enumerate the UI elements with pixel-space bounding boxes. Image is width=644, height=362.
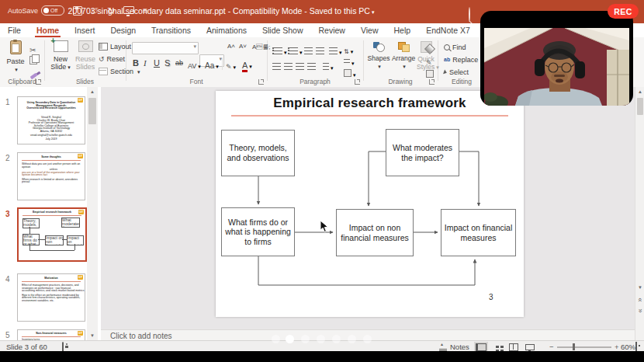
thumbnail-scroll-thumb[interactable]: [88, 98, 96, 124]
thumbnail-scrollbar[interactable]: ▲ ▼: [87, 87, 98, 340]
text-shadow-button[interactable]: S: [164, 57, 170, 68]
scroll-down-icon[interactable]: ▼: [635, 283, 644, 292]
double-chevron-up-icon: «: [636, 298, 644, 301]
main-scrollbar[interactable]: ▲ ▼ « «: [635, 87, 644, 340]
decrease-indent-button[interactable]: [304, 44, 313, 57]
notes-toggle-button[interactable]: Notes: [439, 343, 469, 351]
tab-home[interactable]: Home: [29, 23, 67, 37]
copy-button[interactable]: [29, 54, 37, 68]
increase-indent-button[interactable]: [316, 44, 324, 57]
reset-button[interactable]: ↺Reset: [99, 55, 125, 63]
find-button[interactable]: Find: [444, 44, 466, 51]
tab-transitions[interactable]: Transitions: [144, 23, 199, 37]
slide-editing-canvas[interactable]: Empirical research framework: [101, 87, 635, 329]
s3-mini-box: Theory, models, and observations: [23, 218, 40, 228]
zoom-slider-track[interactable]: [557, 346, 611, 348]
bold-button[interactable]: B: [133, 57, 139, 68]
paragraph-group-label: Paragraph: [267, 78, 363, 85]
diagram-box-financial-text: Impact on financial measures: [443, 223, 514, 242]
next-slide-button[interactable]: «: [635, 306, 644, 315]
thumbnail-scroll-down-icon[interactable]: ▼: [87, 331, 98, 340]
notes-placeholder[interactable]: Click to add notes: [110, 332, 172, 340]
shape-effects-icon: [426, 70, 434, 78]
font-name-combo[interactable]: [132, 42, 199, 54]
underline-button[interactable]: U: [154, 57, 160, 68]
tab-review[interactable]: Review: [311, 23, 353, 37]
s5-title: Non-financial measures: [18, 332, 85, 335]
align-right-button[interactable]: [296, 59, 304, 73]
new-slide-button[interactable]: NewSlide: [49, 40, 72, 71]
align-left-button[interactable]: [272, 59, 281, 73]
character-spacing-button[interactable]: AV: [188, 57, 201, 71]
section-button[interactable]: Section: [99, 68, 140, 75]
change-case-button[interactable]: Aa: [205, 57, 219, 71]
section-icon: [99, 68, 108, 75]
strikethrough-button[interactable]: ab: [175, 57, 183, 68]
recording-dot: [272, 335, 280, 343]
zoom-out-button[interactable]: −: [549, 343, 554, 351]
reuse-slides-button[interactable]: ReuseSlides: [74, 40, 97, 71]
numbering-button[interactable]: [288, 44, 303, 57]
bullets-button[interactable]: [272, 44, 287, 57]
columns-button[interactable]: [323, 59, 334, 73]
tab-design[interactable]: Design: [102, 23, 144, 37]
zoom-level[interactable]: 60%: [621, 343, 635, 351]
group-separator: [438, 40, 438, 81]
thumbnail-scroll-up-icon[interactable]: ▲: [87, 87, 98, 96]
scroll-up-icon[interactable]: ▲: [635, 87, 644, 96]
saved-location-caret-icon[interactable]: [370, 6, 375, 16]
font-group-label: Font: [126, 78, 267, 85]
recording-dot: [348, 335, 356, 343]
diagram-box-firms[interactable]: What firms do or what is happening to fi…: [221, 207, 295, 256]
s3-mini-line: [29, 250, 74, 251]
zoom-slider-thumb[interactable]: [573, 343, 575, 350]
thumbnail-slide-2[interactable]: GT Some thoughts Without data you are ju…: [17, 152, 85, 200]
highlight-color-button[interactable]: ✎: [226, 58, 236, 72]
shrink-font-button[interactable]: A˅: [239, 43, 247, 50]
tab-animations[interactable]: Animations: [199, 23, 254, 37]
diagram-box-financial[interactable]: Impact on financial measures: [441, 209, 516, 256]
slide-3[interactable]: Empirical research framework: [216, 91, 524, 317]
arrange-button[interactable]: Arrange: [391, 41, 416, 71]
select-button[interactable]: Select: [444, 68, 469, 76]
line-spacing-button[interactable]: [329, 44, 342, 57]
diagram-box-nonfinancial[interactable]: Impact on non financial measures: [336, 209, 414, 256]
change-case-icon: Aa: [205, 61, 214, 70]
reset-icon: ↺: [99, 56, 105, 63]
paste-button[interactable]: Paste: [6, 40, 25, 74]
s3-mini-line: [38, 239, 45, 240]
previous-slide-button[interactable]: «: [635, 295, 644, 305]
paste-caret-icon: [13, 65, 18, 73]
justify-button[interactable]: [307, 59, 316, 73]
thumbnail-number-4: 4: [5, 275, 10, 284]
zoom-in-button[interactable]: +: [615, 343, 619, 351]
s3-mini-line: [29, 227, 30, 234]
tab-view[interactable]: View: [353, 23, 386, 37]
tab-file[interactable]: File: [0, 23, 29, 37]
align-center-button[interactable]: [284, 59, 293, 73]
tab-help[interactable]: Help: [386, 23, 419, 37]
tab-insert[interactable]: Insert: [67, 23, 102, 37]
notes-toggle-label: Notes: [450, 343, 469, 351]
italic-button[interactable]: I: [144, 57, 147, 68]
thumbnail-number-5: 5: [5, 331, 10, 339]
main-scroll-thumb[interactable]: [637, 98, 643, 115]
diagram-box-moderates[interactable]: What moderates the impact?: [386, 129, 459, 176]
tab-slideshow[interactable]: Slide Show: [254, 23, 311, 37]
thumbnail-slide-3-selected[interactable]: GT Empirical research framework Theory, …: [17, 207, 87, 262]
group-separator: [44, 40, 45, 81]
paste-icon: [10, 40, 22, 54]
font-color-button[interactable]: A: [242, 57, 252, 71]
search-icon[interactable]: [469, 7, 470, 22]
document-title-text: 200703 singhal.secondary data seminar.pp…: [68, 6, 370, 16]
line-spacing-icon: [329, 47, 338, 54]
s4-title-underline: [22, 281, 81, 282]
thumbnail-slide-1[interactable]: GT Using Secondary Data in Quantitative …: [17, 96, 85, 144]
tab-endnote[interactable]: EndNote X7: [418, 23, 478, 37]
grow-font-button[interactable]: A˄: [227, 43, 235, 50]
replace-button[interactable]: abReplace: [444, 56, 478, 64]
diagram-box-theory[interactable]: Theory, models, and observations: [221, 130, 295, 176]
thumbnail-slide-4[interactable]: GT Motivation Effect of management pract…: [17, 273, 85, 322]
clear-formatting-button[interactable]: A룰;: [252, 43, 271, 51]
shapes-button[interactable]: Shapes: [367, 41, 390, 71]
